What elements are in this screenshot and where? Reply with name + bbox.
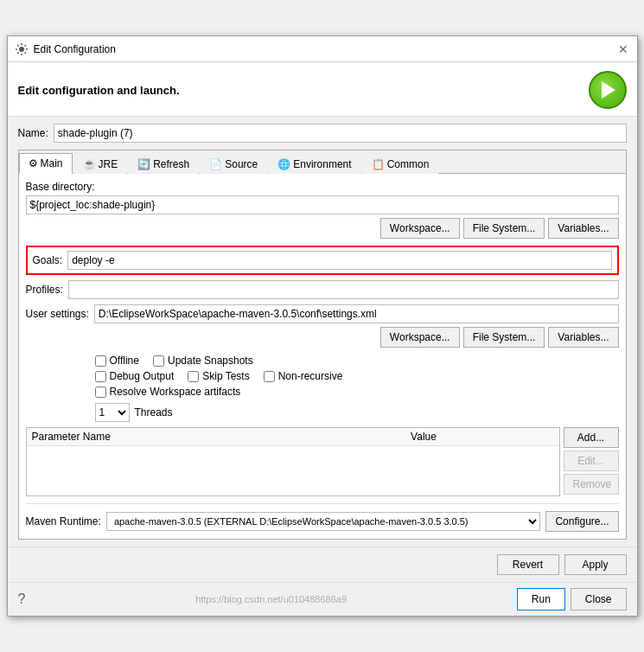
params-table-wrapper: Parameter Name Value [26,427,560,496]
user-settings-input[interactable] [94,304,619,323]
base-directory-input[interactable] [26,195,619,214]
name-label: Name: [18,127,48,139]
variables-button-1[interactable]: Variables... [548,218,618,239]
profiles-label: Profiles: [26,284,63,296]
offline-checkbox[interactable] [95,355,106,367]
dialog-header: Edit configuration and launch. [8,62,637,117]
edit-param-button[interactable]: Edit... [564,451,619,471]
threads-label: Threads [135,406,173,419]
threads-row: 1 2 4 Threads [26,403,619,422]
tab-main[interactable]: ⚙ Main [19,153,73,174]
dialog-body: Name: ⚙ Main ☕ JRE 🔄 Refresh 📄 [8,117,637,547]
param-col-value: Value [405,428,558,446]
title-bar-left: Edit Configuration [15,42,116,56]
title-text: Edit Configuration [34,43,116,55]
env-tab-label: Environment [293,158,351,170]
tab-content-main: Base directory: Workspace... File System… [19,174,626,539]
user-settings-btn-row: Workspace... File System... Variables... [26,327,619,348]
edit-configuration-dialog: Edit Configuration ✕ Edit configuration … [7,35,638,617]
goals-label: Goals: [33,254,63,266]
tab-environment[interactable]: 🌐 Environment [268,153,360,174]
debug-output-checkbox-item: Debug Output [95,370,175,382]
tabs-bar: ⚙ Main ☕ JRE 🔄 Refresh 📄 Source 🌐 E [19,150,626,174]
checkbox-row-1: Offline Update Snapshots [95,355,619,367]
user-settings-label: User settings: [26,308,89,320]
name-row: Name: [18,124,627,143]
threads-select[interactable]: 1 2 4 [95,403,130,422]
tab-source[interactable]: 📄 Source [200,153,267,174]
offline-label: Offline [110,355,139,367]
skip-tests-label: Skip Tests [202,370,249,382]
play-button[interactable] [589,71,627,109]
skip-tests-checkbox-item: Skip Tests [188,370,249,382]
add-param-button[interactable]: Add... [564,427,619,448]
variables-button-2[interactable]: Variables... [548,327,618,348]
update-snapshots-label: Update Snapshots [168,355,253,367]
refresh-tab-label: Refresh [153,158,189,170]
main-tab-label: Main [41,157,63,169]
offline-checkbox-item: Offline [95,355,139,367]
resolve-workspace-checkbox[interactable] [95,387,106,398]
goals-row: Goals: [26,246,619,275]
tab-jre[interactable]: ☕ JRE [73,153,128,174]
main-tab-icon: ⚙ [29,157,38,169]
help-icon[interactable]: ? [18,591,26,607]
maven-runtime-select[interactable]: apache-maven-3.0.5 (EXTERNAL D:\EclipseW… [106,512,541,531]
params-table: Parameter Name Value [27,428,559,446]
debug-output-checkbox[interactable] [95,371,106,382]
refresh-tab-icon: 🔄 [137,158,150,170]
checkbox-row-3: Resolve Workspace artifacts [95,386,619,398]
footer-row: ? https://blog.csdn.net/u010488686a9 Run… [8,582,637,616]
source-tab-icon: 📄 [209,158,222,170]
skip-tests-checkbox[interactable] [188,371,199,382]
workspace-button-2[interactable]: Workspace... [380,327,460,348]
tab-common[interactable]: 📋 Common [362,153,439,174]
bottom-btn-row: Revert Apply [8,547,637,582]
revert-button[interactable]: Revert [497,554,559,575]
non-recursive-checkbox-item: Non-recursive [264,370,343,382]
workspace-button-1[interactable]: Workspace... [380,218,460,239]
gear-icon [15,42,29,56]
svg-point-0 [19,47,24,52]
user-settings-row: User settings: [26,304,619,323]
goals-input[interactable] [67,251,611,270]
tab-refresh[interactable]: 🔄 Refresh [128,153,199,174]
profiles-input[interactable] [68,280,619,299]
watermark-text: https://blog.csdn.net/u010488686a9 [195,594,347,604]
update-snapshots-checkbox[interactable] [153,355,164,367]
close-button[interactable]: Close [571,588,627,610]
debug-output-label: Debug Output [110,370,175,382]
maven-runtime-row: Maven Runtime: apache-maven-3.0.5 (EXTER… [26,503,619,532]
resolve-workspace-checkbox-item: Resolve Workspace artifacts [95,386,241,398]
title-bar: Edit Configuration ✕ [8,36,637,62]
run-button[interactable]: Run [517,588,565,610]
close-window-button[interactable]: ✕ [616,42,630,56]
non-recursive-label: Non-recursive [278,370,343,382]
dialog-header-title: Edit configuration and launch. [18,84,180,97]
param-col-name: Parameter Name [27,428,406,446]
source-tab-label: Source [225,158,258,170]
params-actions: Add... Edit... Remove [564,427,619,496]
tabs-container: ⚙ Main ☕ JRE 🔄 Refresh 📄 Source 🌐 E [18,150,627,540]
maven-runtime-label: Maven Runtime: [26,515,101,527]
jre-tab-icon: ☕ [83,158,96,170]
checkboxes-area: Offline Update Snapshots Debug Output [26,355,619,398]
apply-button[interactable]: Apply [564,554,627,575]
checkbox-row-2: Debug Output Skip Tests Non-recursive [95,370,619,382]
jre-tab-label: JRE [99,158,118,170]
common-tab-label: Common [387,158,430,170]
remove-param-button[interactable]: Remove [564,474,619,495]
file-system-button-2[interactable]: File System... [463,327,545,348]
configure-button[interactable]: Configure... [545,511,618,532]
resolve-workspace-label: Resolve Workspace artifacts [110,386,241,398]
common-tab-icon: 📋 [372,158,385,170]
base-dir-btn-row: Workspace... File System... Variables... [26,218,619,239]
non-recursive-checkbox[interactable] [264,371,275,382]
profiles-row: Profiles: [26,280,619,299]
update-snapshots-checkbox-item: Update Snapshots [153,355,253,367]
env-tab-icon: 🌐 [277,158,290,170]
base-directory-label: Base directory: [26,181,619,193]
footer-actions: Run Close [517,588,627,610]
name-input[interactable] [54,124,627,143]
file-system-button-1[interactable]: File System... [463,218,545,239]
